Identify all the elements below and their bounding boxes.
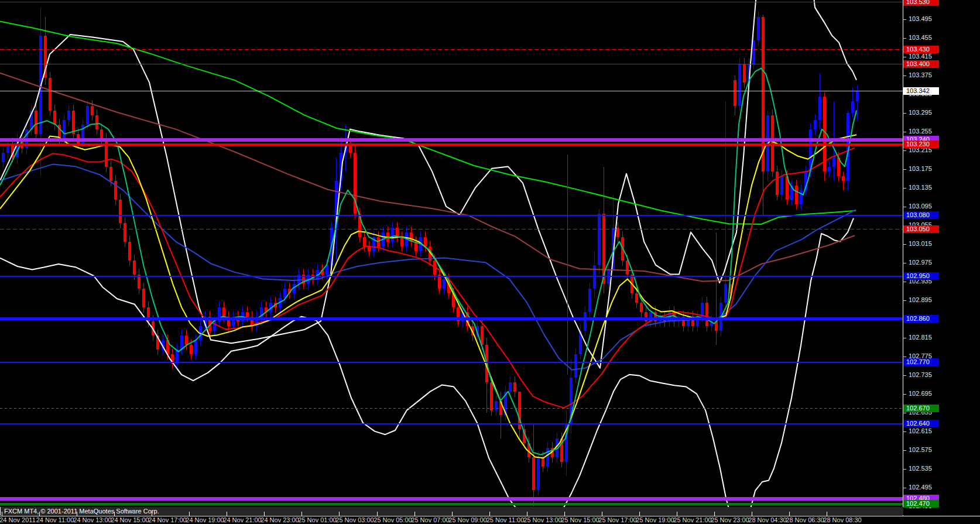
candle-body [246, 312, 249, 317]
ma-green-fast-line[interactable] [0, 69, 856, 455]
candle-body [105, 139, 108, 167]
mt4-chart-window: 103.495103.455103.415103.375103.335103.2… [0, 0, 980, 524]
price-badge-102.670: 102.670 [903, 405, 939, 412]
price-tick [903, 469, 906, 470]
candle-body [832, 157, 835, 167]
time-tick [639, 512, 640, 516]
candle-body [481, 326, 484, 345]
candle-body [86, 106, 89, 125]
candle-body [513, 382, 516, 392]
candle-body [738, 64, 741, 106]
price-badge-102.770: 102.770 [903, 358, 939, 366]
candle-body [743, 64, 746, 83]
price-tick [903, 38, 906, 39]
time-tick-label: 25 Nov 15:00 [561, 516, 599, 523]
time-tick-label: 24 Nov 19:00 [186, 516, 224, 523]
price-badge-102.470: 102.470 [903, 500, 939, 508]
time-tick [39, 512, 40, 516]
time-tick [602, 512, 602, 516]
time-tick [677, 512, 677, 516]
candle-body [185, 335, 188, 345]
time-tick-label: 25 Nov 11:00 [486, 516, 525, 523]
candle-body [818, 97, 821, 120]
time-tick [714, 512, 715, 516]
candle-body [53, 111, 56, 125]
price-badge-103.342: 103.342 [903, 87, 939, 95]
price-badge-103.080: 103.080 [903, 211, 939, 219]
price-tick-label: 103.255 [909, 128, 932, 135]
time-axis[interactable]: 24 Nov 201124 Nov 11:0024 Nov 13:0024 No… [0, 516, 980, 524]
candle-body [490, 382, 493, 410]
candle-body [35, 111, 37, 134]
time-tick-label: 25 Nov 21:00 [673, 516, 711, 523]
candle-body [424, 237, 427, 246]
candlestick-chart[interactable] [0, 0, 903, 507]
chart-canvas[interactable] [0, 0, 903, 507]
time-tick [564, 512, 565, 516]
candle-body [443, 279, 446, 289]
price-badge-103.230: 103.230 [903, 141, 939, 148]
candle-body [640, 303, 643, 312]
price-tick-label: 102.695 [909, 390, 932, 398]
time-tick [527, 512, 527, 516]
time-tick-label: 25 Nov 19:00 [636, 516, 674, 523]
ma-yellow-line[interactable] [0, 135, 856, 458]
candle-body [598, 214, 601, 265]
price-tick [903, 450, 906, 451]
time-tick-label: 25 Nov 01:00 [298, 516, 336, 523]
time-tick [489, 512, 490, 516]
candle-body [180, 335, 183, 350]
ma-red-line[interactable] [0, 148, 855, 408]
candle-body [190, 345, 193, 354]
price-axis[interactable]: 103.495103.455103.415103.375103.335103.2… [903, 0, 980, 516]
price-tick [903, 357, 906, 357]
candle-body [724, 284, 727, 303]
candle-body [119, 200, 122, 223]
candle-body [795, 186, 798, 204]
time-tick-label: 25 Nov 09:00 [448, 516, 486, 523]
time-tick [2, 512, 2, 516]
price-tick [903, 57, 906, 57]
price-badge-103.430: 103.430 [903, 46, 939, 53]
candle-body [757, 17, 760, 40]
candle-body [532, 457, 535, 490]
price-badge-103.400: 103.400 [903, 60, 939, 68]
candle-body [588, 289, 591, 312]
candle-body [109, 167, 112, 181]
candle-body [67, 111, 70, 120]
time-tick-label: 25 Nov 23:00 [711, 516, 749, 523]
time-tick [452, 512, 453, 516]
candle-body [705, 303, 708, 326]
candle-body [509, 382, 512, 392]
price-tick [903, 263, 906, 263]
price-tick [903, 431, 906, 432]
candle-body [828, 167, 831, 172]
price-badge-103.050: 103.050 [903, 225, 939, 233]
candle-body [776, 172, 779, 195]
price-tick [903, 19, 906, 20]
candle-body [49, 78, 52, 111]
price-tick-label: 102.575 [909, 446, 932, 454]
price-tick-label: 102.975 [909, 259, 932, 266]
price-tick [903, 413, 906, 413]
price-tick-label: 102.535 [909, 465, 932, 472]
time-tick-label: 24 Nov 17:00 [148, 516, 186, 523]
price-tick-label: 103.415 [909, 53, 932, 60]
time-tick [377, 512, 378, 516]
candle-body [213, 321, 216, 331]
price-tick-label: 103.135 [909, 184, 932, 191]
time-tick-label: 24 Nov 13:00 [73, 516, 111, 523]
candle-body [574, 354, 577, 378]
candle-body [114, 181, 117, 200]
price-tick-label: 102.895 [909, 296, 932, 304]
price-tick-label: 102.615 [909, 427, 932, 435]
candle-body [780, 176, 783, 195]
price-tick-label: 103.375 [909, 71, 932, 79]
price-tick [903, 76, 906, 76]
candle-body [133, 261, 136, 275]
time-tick [752, 512, 752, 516]
candle-body [734, 80, 736, 106]
price-tick [903, 188, 906, 189]
candle-body [283, 289, 286, 298]
time-tick [114, 512, 115, 516]
